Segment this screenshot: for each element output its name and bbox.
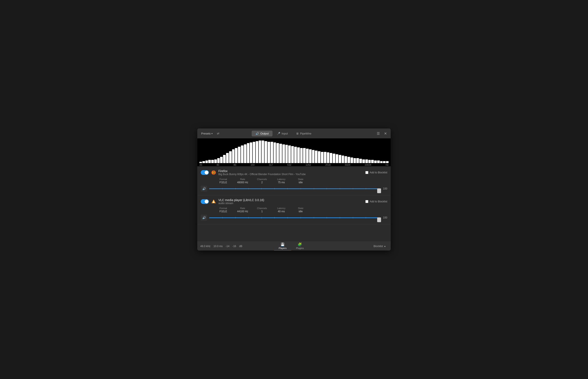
spectrum-bar [235,148,238,163]
tab-output[interactable]: 🔊 Output [252,131,272,136]
vlc-channels: Channels 1 [252,207,272,213]
spectrum-bar [276,143,279,163]
tab-pipewire[interactable]: 🖥 PipeWire [292,131,315,136]
vlc-blocklist-checkbox[interactable] [365,200,368,203]
pipewire-label: PipeWire [300,132,311,135]
content-area: Firefox Big Buck Bunny 60fps 4K - Offici… [197,166,391,241]
firefox-volume-value: 100 [381,187,387,190]
firefox-blocklist-label: Add to Blocklist [370,171,387,174]
spectrum-bar [226,153,229,163]
spectrum-bar [282,144,285,163]
firefox-volume-slider[interactable] [209,186,379,192]
vlc-name-group: VLC media player (LibVLC 3.0.16) audio s… [218,198,363,205]
spectrum-bar [241,145,243,163]
db-value1: -14 [226,245,229,248]
tab-input[interactable]: 🎤 Input [273,131,292,136]
sample-rate: 48.0 kHz [200,245,210,248]
vlc-toggle-knob [205,200,208,204]
firefox-app-subtitle: Big Buck Bunny 60fps 4K - Official Blend… [218,173,363,176]
firefox-app-name: Firefox [218,169,363,173]
spectrum-bar [339,155,341,163]
app-window: Presets ▾ ⇄ 🔊 Output 🎤 Input 🖥 PipeWire … [197,128,391,251]
status-info: 48.0 kHz 10.0 ms -14 -16 dB [200,245,242,248]
vlc-mute-button[interactable]: 🔊 [201,215,207,221]
slider-tick [287,188,288,190]
vlc-toggle[interactable] [201,199,209,204]
spectrum-bar [268,142,270,163]
refresh-button[interactable]: ⇄ [216,131,221,136]
firefox-blocklist-checkbox[interactable] [365,171,368,174]
spectrum-bar [232,149,235,163]
vlc-latency-value: 40 ms [278,210,285,213]
firefox-mute-button[interactable]: 🔊 [201,186,207,192]
vlc-volume-slider[interactable] [209,215,379,221]
slider-tick [353,188,353,190]
slider-tick [366,217,366,219]
vlc-rate-value: 44100 Hz [237,210,248,213]
plugins-tab[interactable]: 🧩 Plugins [291,241,308,251]
status-tabs: 💾 Players 🧩 Plugins [274,241,309,251]
spectrum-bar [386,161,389,163]
firefox-slider-track [209,189,379,189]
svg-rect-4 [213,202,214,203]
slider-tick [262,217,262,219]
players-icon: 💾 [280,242,285,246]
pipewire-icon: 🖥 [296,132,299,135]
firefox-latency: Latency 75 ms [272,178,291,184]
spectrum-bar [330,153,332,163]
spectrum-bar [374,160,377,163]
firefox-latency-label: Latency [277,178,286,180]
spectrum-bar [229,151,232,163]
firefox-slider-thumb[interactable] [377,189,381,193]
players-label: Players [279,247,287,250]
vlc-format-value: F32LE [220,210,227,213]
vlc-format-label: Format [220,207,227,209]
vlc-volume-row: 🔊 100 [201,215,387,221]
firefox-blocklist-check[interactable]: Add to Blocklist [365,171,387,174]
firefox-toggle[interactable] [201,170,209,175]
slider-tick [366,188,366,190]
freq-2518: 2518 [325,163,331,166]
slider-tick [248,217,249,219]
spectrum-bar [265,141,267,163]
spectrum-bar [203,161,205,163]
spectrum-bar [315,151,318,163]
spectrum-bar [244,144,247,163]
spectrum-bar [348,157,350,163]
spectrum-bar [342,156,344,163]
freq-1262: 1262 [306,163,311,166]
slider-tick [209,217,209,219]
freq-10024: 10024 [365,163,371,166]
presets-button[interactable]: Presets ▾ [200,131,214,136]
slider-tick [327,188,327,190]
vlc-latency: Latency 40 ms [272,207,291,213]
spectrum-bar [286,145,288,163]
firefox-toggle-knob [205,171,208,174]
vlc-slider-thumb[interactable] [377,217,381,222]
tab-group: 🔊 Output 🎤 Input 🖥 PipeWire [252,131,315,136]
slider-tick [235,217,236,219]
close-button[interactable]: ✕ [383,131,388,136]
spectrum-bar [259,141,261,163]
chevron-down-icon: ▾ [211,132,213,135]
vlc-header: VLC media player (LibVLC 3.0.16) audio s… [201,198,387,205]
svg-point-5 [213,201,214,202]
firefox-format-label: Format [220,178,227,180]
vlc-icon [211,199,216,204]
spectrum-bar [312,150,315,163]
slider-tick [222,188,223,190]
spectrum-bar [274,142,276,163]
menu-button[interactable]: ☰ [375,131,381,136]
blocklist-button[interactable]: Blocklist ▲ [372,244,388,249]
spectrum-bar [253,142,255,163]
players-tab[interactable]: 💾 Players [274,241,291,251]
vlc-slider-ticks [209,217,379,219]
firefox-header: Firefox Big Buck Bunny 60fps 4K - Offici… [201,169,387,176]
firefox-icon [211,170,216,175]
db-value2: -16 [232,245,236,248]
spectrum-bar [217,158,220,163]
spectrum-bar [359,159,362,163]
spectrum-bar [362,159,365,163]
vlc-blocklist-check[interactable]: Add to Blocklist [365,200,387,203]
spectrum-bar [206,160,208,163]
